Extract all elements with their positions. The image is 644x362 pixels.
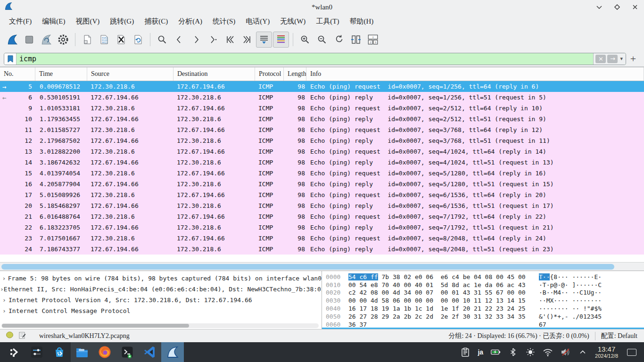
wifi-icon[interactable]	[543, 347, 553, 357]
detail-line[interactable]: ›Internet Control Message Protocol	[0, 305, 322, 316]
save-file-button[interactable]: 010101100011	[96, 32, 112, 48]
expand-arrow-icon[interactable]: ›	[0, 286, 4, 293]
packet-row[interactable]: →50.009678512172.30.218.6172.67.194.66IC…	[0, 81, 644, 92]
packet-row[interactable]: 205.185468297172.67.194.66172.30.218.6IC…	[0, 200, 644, 211]
zoom-in-button[interactable]	[297, 32, 313, 48]
app-launcher-icon[interactable]	[3, 342, 25, 362]
column-no[interactable]: No.	[0, 67, 35, 81]
hex-row[interactable]: 001000 54 e8 70 40 00 40 01 5d 8d ac 1e …	[326, 281, 644, 289]
reload-file-button[interactable]	[130, 32, 146, 48]
input-method-indicator[interactable]: ja	[478, 348, 483, 356]
hex-row[interactable]: 004016 17 18 19 1a 1b 1c 1d 1e 1f 20 21 …	[326, 304, 644, 313]
column-length[interactable]: Length	[284, 67, 306, 81]
maximize-icon[interactable]	[613, 3, 621, 11]
packet-row[interactable]: 175.015089926172.30.218.6172.67.194.66IC…	[0, 189, 644, 200]
close-file-button[interactable]	[113, 32, 129, 48]
scrollbar-thumb[interactable]	[2, 324, 189, 328]
packet-row[interactable]: 164.205877904172.67.194.66172.30.218.6IC…	[0, 179, 644, 189]
clipboard-icon[interactable]	[460, 347, 471, 357]
battery-icon[interactable]	[490, 347, 501, 357]
packet-row[interactable]: 112.011585727172.30.218.6172.67.194.66IC…	[0, 124, 644, 135]
first-packet-button[interactable]	[222, 32, 238, 48]
menu-item-10[interactable]: 帮助(H)	[344, 16, 379, 27]
packet-row[interactable]: 143.186742632172.67.194.66172.30.218.6IC…	[0, 157, 644, 168]
discover-store-icon[interactable]	[48, 342, 71, 362]
display-filter-input[interactable]: icmp × → ▾	[4, 53, 626, 65]
column-time[interactable]: Time	[35, 67, 87, 81]
capture-options-button[interactable]	[55, 32, 71, 48]
scrollbar-thumb[interactable]	[1, 264, 614, 270]
filter-text[interactable]: icmp	[17, 53, 593, 65]
terminal-icon[interactable]	[116, 342, 139, 362]
vscode-icon[interactable]	[139, 342, 161, 362]
packet-row[interactable]: 101.179363455172.67.194.66172.30.218.6IC…	[0, 114, 644, 124]
resize-columns-button[interactable]	[348, 32, 364, 48]
last-packet-button[interactable]	[239, 32, 255, 48]
menu-item-7[interactable]: 电话(Y)	[240, 16, 275, 27]
menu-item-8[interactable]: 无线(W)	[275, 16, 311, 27]
auto-scroll-button[interactable]	[256, 32, 272, 48]
menu-item-2[interactable]: 视图(V)	[71, 16, 105, 27]
filter-clear-icon[interactable]: ×	[595, 55, 606, 63]
hex-row[interactable]: 003000 00 4d 58 06 00 00 00 00 00 10 11 …	[326, 296, 644, 304]
detail-line[interactable]: ›Frame 5: 98 bytes on wire (784 bits), 9…	[0, 273, 322, 284]
filter-apply-icon[interactable]: →	[607, 55, 618, 63]
add-filter-button[interactable]: +	[626, 53, 640, 65]
brightness-icon[interactable]	[525, 347, 536, 357]
hex-row[interactable]: 005026 27 28 29 2a 2b 2c 2d 2e 2f 30 31 …	[326, 313, 644, 321]
menu-item-6[interactable]: 统计(S)	[207, 16, 240, 27]
detail-line[interactable]: ›Internet Protocol Version 4, Src: 172.3…	[0, 295, 322, 305]
stop-capture-button[interactable]	[21, 32, 37, 48]
detail-line[interactable]: ›Ethernet II, Src: HonHaiPrecis_c4:be:04…	[0, 284, 322, 295]
find-packet-button[interactable]	[154, 32, 170, 48]
column-info[interactable]: Info	[306, 67, 644, 81]
zoom-out-button[interactable]	[314, 32, 330, 48]
expand-tray-icon[interactable]	[578, 347, 588, 357]
detail-hscrollbar[interactable]	[1, 323, 319, 328]
expand-arrow-icon[interactable]: ›	[0, 275, 8, 282]
column-protocol[interactable]: Protocol	[255, 67, 284, 81]
filter-bookmark-icon[interactable]	[4, 53, 17, 65]
packet-row[interactable]: 237.017501667172.30.218.6172.67.194.66IC…	[0, 233, 644, 244]
hex-row[interactable]: 000054 c6 ff 7b 38 02 e0 06 e6 c4 be 04 …	[326, 273, 644, 281]
start-capture-button[interactable]	[4, 32, 20, 48]
menu-item-0[interactable]: 文件(F)	[4, 16, 37, 27]
packet-row[interactable]: 154.013974054172.30.218.6172.67.194.66IC…	[0, 168, 644, 179]
close-icon[interactable]	[631, 3, 639, 11]
menu-item-3[interactable]: 跳转(G)	[105, 16, 139, 27]
packet-row[interactable]: 122.179687502172.67.194.66172.30.218.6IC…	[0, 135, 644, 146]
menu-item-4[interactable]: 捕获(C)	[139, 16, 173, 27]
expand-arrow-icon[interactable]: ›	[0, 296, 8, 304]
packet-row[interactable]: 247.186743377172.67.194.66172.30.218.6IC…	[0, 244, 644, 255]
packet-row[interactable]: ←60.530105191172.67.194.66172.30.218.6IC…	[0, 92, 644, 103]
show-desktop-button[interactable]	[627, 349, 636, 356]
packet-row[interactable]: 216.016488764172.30.218.6172.67.194.66IC…	[0, 211, 644, 222]
filter-dropdown-icon[interactable]: ▾	[619, 56, 624, 62]
column-source[interactable]: Source	[87, 67, 173, 81]
colorize-button[interactable]	[273, 32, 289, 48]
bluetooth-icon[interactable]	[508, 347, 518, 357]
clock[interactable]: 13:47 2024/12/8	[595, 346, 618, 359]
packet-list-hscrollbar[interactable]	[0, 262, 644, 271]
file-manager-icon[interactable]	[71, 342, 93, 362]
hex-row[interactable]: 0020c2 42 08 00 4d 34 00 07 00 01 43 31 …	[326, 289, 644, 297]
go-to-packet-button[interactable]	[205, 32, 221, 48]
column-destination[interactable]: Destination	[173, 67, 255, 81]
open-file-button[interactable]	[79, 32, 95, 48]
minimize-icon[interactable]	[595, 3, 603, 11]
profile-selector[interactable]: 配置: Default	[601, 332, 644, 340]
capture-comment-icon[interactable]	[18, 331, 26, 341]
go-back-button[interactable]	[171, 32, 187, 48]
system-settings-icon[interactable]	[25, 342, 48, 362]
firefox-icon[interactable]	[93, 342, 116, 362]
layout-123-button[interactable]: 123	[365, 32, 381, 48]
restart-capture-button[interactable]	[38, 32, 54, 48]
go-forward-button[interactable]	[188, 32, 204, 48]
expand-arrow-icon[interactable]: ›	[0, 307, 8, 314]
menu-item-5[interactable]: 分析(A)	[173, 16, 207, 27]
packet-row[interactable]: 226.183223705172.67.194.66172.30.218.6IC…	[0, 222, 644, 233]
expert-info-icon[interactable]	[6, 331, 14, 340]
menu-item-9[interactable]: 工具(T)	[311, 16, 344, 27]
packet-row[interactable]: 91.010533181172.30.218.6172.67.194.66ICM…	[0, 103, 644, 114]
menu-item-1[interactable]: 编辑(E)	[37, 16, 70, 27]
